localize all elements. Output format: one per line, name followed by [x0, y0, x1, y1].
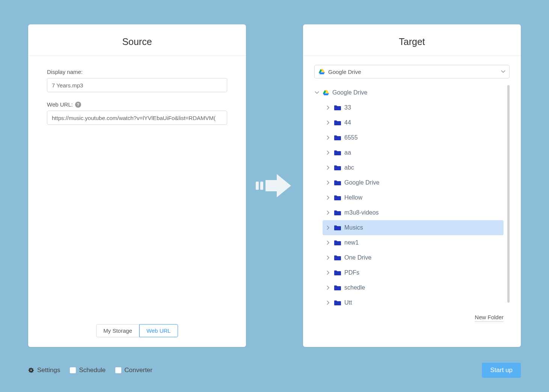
help-icon[interactable]: ? — [75, 102, 81, 108]
new-folder-link[interactable]: New Folder — [475, 314, 504, 322]
chevron-right-icon — [326, 180, 331, 185]
converter-toggle[interactable]: Converter — [115, 366, 152, 374]
startup-button[interactable]: Start up — [482, 363, 521, 378]
tree-folder-item[interactable]: Utt — [323, 295, 504, 310]
tree-folder-item[interactable]: 44 — [323, 115, 504, 130]
folder-label: 44 — [344, 119, 351, 126]
svg-rect-9 — [260, 182, 263, 190]
tree-folder-item[interactable]: PDFs — [323, 265, 504, 280]
chevron-right-icon — [326, 120, 331, 125]
folder-icon — [334, 180, 341, 186]
chevron-right-icon — [326, 135, 331, 140]
source-header: Source — [28, 24, 246, 56]
display-name-label: Display name: — [47, 69, 227, 75]
folder-label: Google Drive — [344, 179, 379, 186]
tree-folder-item[interactable]: aa — [323, 145, 504, 160]
tree-folder-item[interactable]: One Drive — [323, 250, 504, 265]
chevron-right-icon — [326, 195, 331, 200]
folder-label: schedle — [344, 284, 365, 291]
target-drive-dropdown[interactable]: Google Drive — [314, 65, 510, 78]
web-url-input[interactable] — [47, 111, 227, 125]
chevron-right-icon — [326, 300, 331, 305]
chevron-right-icon — [326, 255, 331, 260]
chevron-down-icon — [314, 90, 320, 95]
tree-folder-item[interactable]: Musics — [323, 220, 504, 235]
tree-folder-item[interactable]: Google Drive — [323, 175, 504, 190]
tree-folder-item[interactable]: schedle — [323, 280, 504, 295]
transfer-arrow-icon — [256, 173, 293, 199]
folder-icon — [334, 135, 341, 141]
folder-label: Utt — [344, 299, 352, 306]
tree-folder-item[interactable]: 33 — [323, 100, 504, 115]
folder-icon — [334, 150, 341, 156]
folder-icon — [334, 270, 341, 276]
chevron-right-icon — [326, 150, 331, 155]
converter-checkbox[interactable] — [115, 367, 121, 373]
folder-label: 33 — [344, 104, 351, 111]
folder-label: 6555 — [344, 134, 358, 141]
chevron-right-icon — [326, 270, 331, 275]
chevron-right-icon — [326, 285, 331, 290]
display-name-input[interactable] — [47, 78, 227, 92]
folder-label: Musics — [344, 224, 363, 231]
folder-icon — [334, 195, 341, 201]
folder-icon — [334, 255, 341, 261]
folder-label: m3u8-videos — [344, 209, 379, 216]
chevron-right-icon — [326, 240, 331, 245]
target-title: Target — [303, 36, 521, 47]
tree-folder-item[interactable]: Hellow — [323, 190, 504, 205]
tree-scrollbar[interactable] — [507, 85, 510, 303]
folder-label: abc — [344, 164, 354, 171]
folder-icon — [334, 210, 341, 216]
tree-folder-item[interactable]: new1 — [323, 235, 504, 250]
folder-icon — [334, 105, 341, 111]
tree-root-label: Google Drive — [332, 89, 367, 96]
folder-icon — [334, 120, 341, 126]
folder-icon — [334, 165, 341, 171]
dropdown-selected-label: Google Drive — [328, 69, 361, 75]
folder-label: aa — [344, 149, 351, 156]
chevron-right-icon — [326, 210, 331, 215]
web-url-label: Web URL: ? — [47, 101, 227, 108]
folder-label: new1 — [344, 239, 359, 246]
google-drive-icon — [318, 69, 325, 75]
tree-folder-item[interactable]: 6555 — [323, 130, 504, 145]
folder-icon — [334, 240, 341, 246]
folder-icon — [334, 285, 341, 291]
folder-icon — [334, 225, 341, 231]
tree-folder-item[interactable]: abc — [323, 160, 504, 175]
folder-label: One Drive — [344, 254, 371, 261]
tab-web-url[interactable]: Web URL — [139, 324, 178, 337]
source-title: Source — [28, 36, 246, 47]
folder-icon — [334, 300, 341, 306]
chevron-right-icon — [326, 105, 331, 110]
folder-label: Hellow — [344, 194, 362, 201]
source-panel: Source Display name: Web URL: ? My Stora… — [28, 24, 246, 347]
chevron-right-icon — [326, 225, 331, 230]
gear-icon — [28, 367, 34, 373]
schedule-toggle[interactable]: Schedule — [70, 366, 106, 374]
folder-label: PDFs — [344, 269, 359, 276]
schedule-checkbox[interactable] — [70, 367, 76, 373]
tree-root-item[interactable]: Google Drive — [314, 85, 504, 100]
chevron-right-icon — [326, 165, 331, 170]
tab-my-storage[interactable]: My Storage — [96, 324, 139, 337]
source-tabs: My Storage Web URL — [47, 324, 227, 347]
google-drive-icon — [323, 90, 329, 96]
settings-link[interactable]: Settings — [28, 366, 60, 374]
svg-rect-8 — [256, 182, 259, 190]
target-panel: Target Google Drive Googl — [303, 24, 521, 347]
tree-folder-item[interactable]: m3u8-videos — [323, 205, 504, 220]
chevron-down-icon — [501, 69, 505, 74]
target-header: Target — [303, 24, 521, 56]
